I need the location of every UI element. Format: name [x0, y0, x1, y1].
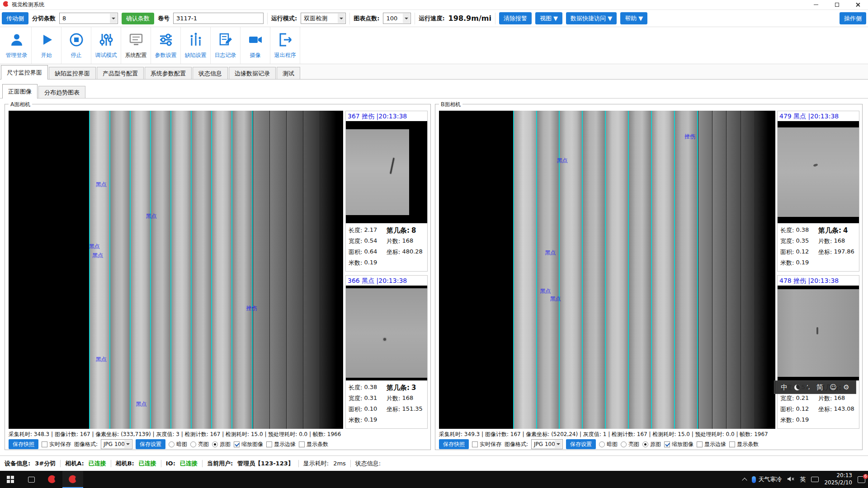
camera-b-controls: 保存快照 实时保存 图像格式: JPG 100 保存设置 暗图 亮图 原图 缩放…: [439, 439, 759, 450]
zoom-image-checkbox[interactable]: 缩放图像: [664, 441, 693, 448]
user-icon: [9, 32, 25, 49]
save-settings-button[interactable]: 保存设置: [566, 439, 596, 449]
tab-distribution-trend-chart[interactable]: 分布趋势图表: [38, 86, 85, 98]
tab-product-model-config[interactable]: 产品型号配置: [97, 67, 144, 79]
moon-icon[interactable]: [794, 385, 800, 390]
minimize-button[interactable]: [806, 0, 826, 9]
original-image-radio[interactable]: 原图: [642, 441, 661, 448]
notification-icon[interactable]: 6: [858, 476, 865, 483]
confirm-count-button[interactable]: 确认条数: [122, 13, 154, 24]
run-speed-value: 198.9m/mi: [448, 14, 491, 23]
bars-icon: [188, 32, 204, 49]
action-admin-login[interactable]: 管理登录: [2, 27, 32, 64]
chart-points-select[interactable]: 100: [383, 13, 411, 24]
action-system-config[interactable]: 系统配置: [121, 27, 151, 64]
help-menu-button[interactable]: 帮助 ▼: [620, 12, 647, 24]
slice-count-select[interactable]: 8: [59, 13, 118, 24]
emoji-icon[interactable]: ☺: [830, 383, 837, 391]
display-time-value: 2ms: [333, 460, 346, 467]
system-tray: 天气寒冷 英 20:13 2025/2/10 6: [743, 471, 868, 488]
taskbar-app-active[interactable]: [62, 471, 83, 488]
show-count-checkbox[interactable]: 显示条数: [729, 441, 759, 448]
maximize-button[interactable]: [826, 0, 847, 9]
close-button[interactable]: [847, 0, 868, 9]
defect-card: 479 黑点 |20:13:38 长度:0.38第几条:4 宽度:0.35片数:…: [777, 111, 859, 272]
realtime-save-checkbox[interactable]: 实时保存: [472, 441, 501, 448]
show-edge-checkbox[interactable]: 显示边缘: [266, 441, 296, 448]
defect-thumbnail: [346, 286, 427, 380]
radio-icon: [599, 441, 605, 447]
action-exit-program[interactable]: 退出程序: [270, 27, 300, 64]
status-info-label: 状态信息:: [355, 460, 381, 468]
volume-muted-icon[interactable]: [787, 476, 794, 483]
realtime-save-checkbox[interactable]: 实时保存: [42, 441, 71, 448]
action-defect-settings[interactable]: 缺陷设置: [181, 27, 211, 64]
chevron-down-icon: [338, 14, 345, 23]
view-menu-button[interactable]: 视图 ▼: [535, 12, 562, 24]
save-snapshot-button[interactable]: 保存快照: [9, 439, 38, 449]
ime-settings-icon[interactable]: ⚙: [843, 383, 849, 391]
defect-mark-label: 黑点: [136, 400, 146, 408]
fade-pattern: [698, 111, 769, 429]
image-format-label: 图像格式:: [74, 441, 98, 448]
sliders-horizontal-icon: [158, 32, 174, 49]
action-param-settings[interactable]: 参数设置: [151, 27, 181, 64]
clock-time: 20:13: [836, 472, 852, 479]
clear-alarm-button[interactable]: 清除报警: [499, 12, 532, 24]
tab-defect-monitor[interactable]: 缺陷监控界面: [49, 67, 96, 79]
action-log-record[interactable]: 日志记录: [211, 27, 241, 64]
defect-mark-label: 黑点: [146, 212, 156, 220]
top-toolbar: 传动侧 分切条数 8 确认条数 卷号 运行模式: 双面检测 图表点数: 100 …: [0, 10, 868, 27]
play-icon: [38, 32, 55, 49]
dark-image-radio[interactable]: 暗图: [169, 441, 187, 448]
tray-expand-icon[interactable]: [742, 478, 747, 483]
data-quick-access-button[interactable]: 数据快捷访问 ▼: [566, 12, 617, 24]
sub-tab-bar: 正面图像 分布趋势图表: [0, 80, 868, 99]
action-camera[interactable]: 摄像: [241, 27, 270, 64]
drive-side-button[interactable]: 传动侧: [2, 12, 28, 24]
language-indicator[interactable]: 英: [800, 475, 806, 483]
action-debug-mode[interactable]: 调试模式: [91, 27, 121, 64]
simplified-toggle[interactable]: 简: [816, 383, 823, 392]
show-edge-checkbox[interactable]: 显示边缘: [697, 441, 726, 448]
tab-front-image[interactable]: 正面图像: [2, 84, 38, 99]
chevron-down-icon: [110, 14, 117, 23]
save-settings-button[interactable]: 保存设置: [136, 439, 165, 449]
bright-image-radio[interactable]: 亮图: [190, 441, 209, 448]
chevron-down-icon: [403, 14, 410, 23]
ime-language-toggle[interactable]: 中: [781, 383, 788, 392]
tab-size-monitor[interactable]: 尺寸监控界面: [1, 65, 48, 80]
image-format-select[interactable]: JPG 100: [531, 439, 563, 449]
defect-mark-label: 黑点: [557, 157, 567, 164]
zoom-image-checkbox[interactable]: 缩放图像: [234, 441, 263, 448]
taskbar-app-1[interactable]: [42, 471, 62, 488]
tab-status-info[interactable]: 状态信息: [193, 67, 228, 79]
tab-test[interactable]: 测试: [277, 67, 300, 79]
start-button[interactable]: [0, 471, 21, 488]
maximize-icon: [835, 3, 839, 7]
save-snapshot-button[interactable]: 保存快照: [439, 439, 469, 449]
operate-side-button[interactable]: 操作侧: [840, 12, 866, 24]
show-count-checkbox[interactable]: 显示条数: [299, 441, 328, 448]
action-start[interactable]: 开始: [32, 27, 61, 64]
camera-a-status: 已连接: [89, 460, 106, 468]
touch-keyboard-icon[interactable]: [811, 477, 819, 482]
divider: [495, 13, 495, 24]
scratch-mark: [816, 327, 818, 334]
app-icon: [47, 475, 57, 484]
dark-image-radio[interactable]: 暗图: [599, 441, 618, 448]
taskbar-clock[interactable]: 20:13 2025/2/10: [824, 472, 852, 486]
image-format-select[interactable]: JPG 100: [101, 439, 132, 449]
tab-edge-data-record[interactable]: 边缘数据记录: [229, 67, 276, 79]
action-stop[interactable]: 停止: [61, 27, 91, 64]
bright-image-radio[interactable]: 亮图: [621, 441, 639, 448]
task-view-button[interactable]: [21, 471, 42, 488]
punctuation-toggle[interactable]: ’,: [807, 384, 810, 390]
original-image-radio[interactable]: 原图: [212, 441, 231, 448]
run-mode-select[interactable]: 双面检测: [301, 13, 346, 24]
weather-widget[interactable]: 天气寒冷: [752, 475, 782, 483]
taskbar: 天气寒冷 英 20:13 2025/2/10 6: [0, 471, 868, 488]
tab-system-param-config[interactable]: 系统参数配置: [145, 67, 192, 79]
current-user-label: 当前用户:: [207, 460, 233, 468]
roll-number-input[interactable]: [173, 13, 264, 24]
